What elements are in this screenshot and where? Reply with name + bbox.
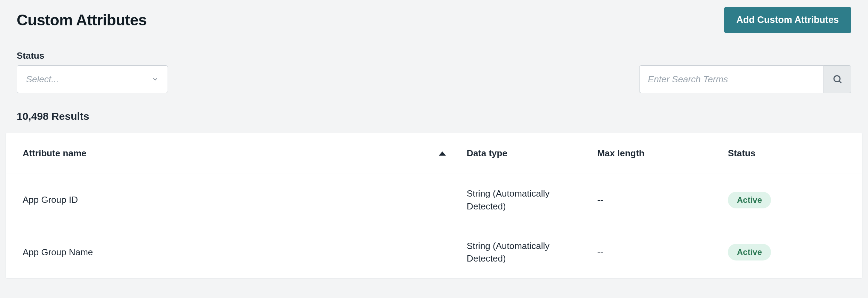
svg-line-1 xyxy=(839,81,841,83)
column-header-max-length[interactable]: Max length xyxy=(597,148,728,159)
svg-point-0 xyxy=(834,76,840,82)
cell-max-length: -- xyxy=(597,247,728,258)
page-title: Custom Attributes xyxy=(17,11,147,29)
chevron-down-icon xyxy=(152,76,159,83)
search-button[interactable] xyxy=(823,65,851,93)
column-header-label: Attribute name xyxy=(23,148,86,159)
table-header-row: Attribute name Data type Max length Stat… xyxy=(6,133,862,174)
cell-max-length: -- xyxy=(597,194,728,205)
cell-status: Active xyxy=(728,244,845,260)
cell-status: Active xyxy=(728,192,845,208)
column-header-data-type[interactable]: Data type xyxy=(467,148,597,159)
cell-data-type: String (Automatically Detected) xyxy=(467,240,597,265)
search-icon xyxy=(832,74,843,84)
cell-attribute-name: App Group ID xyxy=(23,194,467,205)
column-header-status[interactable]: Status xyxy=(728,148,845,159)
results-count: 10,498 Results xyxy=(17,110,851,122)
add-custom-attributes-button[interactable]: Add Custom Attributes xyxy=(724,7,851,33)
status-select[interactable]: Select... xyxy=(17,65,168,93)
table-row[interactable]: App Group ID String (Automatically Detec… xyxy=(6,174,862,226)
status-badge: Active xyxy=(728,192,771,208)
sort-ascending-icon xyxy=(439,151,446,156)
column-header-attribute-name[interactable]: Attribute name xyxy=(23,148,467,159)
table-row[interactable]: App Group Name String (Automatically Det… xyxy=(6,226,862,278)
status-badge: Active xyxy=(728,244,771,260)
cell-attribute-name: App Group Name xyxy=(23,247,467,258)
attributes-table: Attribute name Data type Max length Stat… xyxy=(6,133,862,279)
cell-data-type: String (Automatically Detected) xyxy=(467,187,597,213)
search-input[interactable] xyxy=(639,65,823,93)
status-filter-label: Status xyxy=(17,50,168,61)
status-select-placeholder: Select... xyxy=(26,74,59,85)
